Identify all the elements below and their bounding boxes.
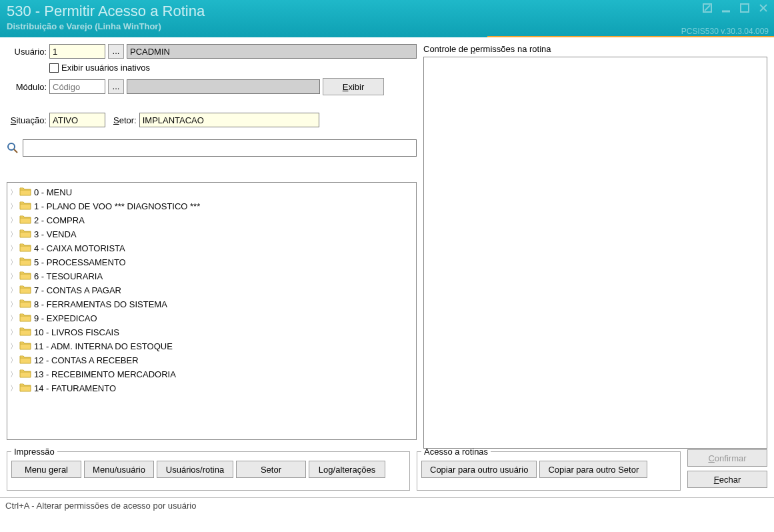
folder-icon	[19, 313, 31, 324]
tree-item-label: 5 - PROCESSAMENTO	[34, 257, 126, 267]
tree-item[interactable]: 〉8 - FERRAMENTAS DO SISTEMA	[10, 297, 413, 311]
tree-item[interactable]: 〉10 - LIVROS FISCAIS	[10, 325, 413, 339]
tree-item-label: 3 - VENDA	[34, 229, 77, 239]
chevron-right-icon: 〉	[10, 187, 17, 197]
acesso-legend: Acesso a rotinas	[421, 447, 491, 457]
folder-icon	[19, 341, 31, 352]
menu-usuario-button[interactable]: Menu/usuário	[84, 461, 154, 478]
situacao-label: Situação:	[7, 115, 47, 125]
folder-icon	[19, 285, 31, 296]
copiar-usuario-button[interactable]: Copiar para outro usuário	[421, 461, 537, 478]
log-button[interactable]: Log/alterações	[309, 461, 385, 478]
setor-display	[139, 113, 319, 127]
usuario-input[interactable]	[49, 44, 105, 59]
tree-item-label: 12 - CONTAS A RECEBER	[34, 355, 139, 365]
accent-line	[487, 36, 774, 37]
modulo-lookup-button[interactable]: ...	[108, 79, 124, 94]
folder-icon	[19, 187, 31, 198]
tree-item[interactable]: 〉11 - ADM. INTERNA DO ESTOQUE	[10, 339, 413, 353]
tree-item-label: 1 - PLANO DE VOO *** DIAGNOSTICO ***	[34, 201, 200, 211]
chevron-right-icon: 〉	[10, 299, 17, 309]
chevron-right-icon: 〉	[10, 257, 17, 267]
titlebar: 530 - Permitir Acesso a Rotina Distribui…	[0, 0, 774, 37]
chevron-right-icon: 〉	[10, 243, 17, 253]
minimize-icon[interactable]	[721, 3, 731, 15]
menu-geral-button[interactable]: Menu geral	[11, 461, 81, 478]
folder-icon	[19, 271, 31, 282]
folder-icon	[19, 299, 31, 310]
tree-item-label: 2 - COMPRA	[34, 215, 85, 225]
usuarios-rotina-button[interactable]: Usuários/rotina	[157, 461, 233, 478]
usuario-lookup-button[interactable]: ...	[108, 44, 124, 59]
exibir-inativos-label: Exibir usuários inativos	[61, 63, 150, 73]
tree-item-label: 14 - FATURAMENTO	[34, 383, 116, 393]
exibir-button[interactable]: Exibir	[323, 78, 384, 95]
tree-item-label: 11 - ADM. INTERNA DO ESTOQUE	[34, 341, 173, 351]
tree-item[interactable]: 〉7 - CONTAS A PAGAR	[10, 283, 413, 297]
chevron-right-icon: 〉	[10, 313, 17, 323]
tree-item[interactable]: 〉5 - PROCESSAMENTO	[10, 255, 413, 269]
version-label: PCSIS530 v.30.3.04.009	[681, 27, 769, 36]
maximize-icon[interactable]	[739, 3, 750, 15]
tree-item[interactable]: 〉0 - MENU	[10, 185, 413, 199]
chevron-right-icon: 〉	[10, 215, 17, 225]
tree-item[interactable]: 〉13 - RECEBIMENTO MERCADORIA	[10, 367, 413, 381]
tree-item[interactable]: 〉12 - CONTAS A RECEBER	[10, 353, 413, 367]
tree-item-label: 8 - FERRAMENTAS DO SISTEMA	[34, 299, 167, 309]
svg-line-6	[14, 149, 17, 153]
chevron-right-icon: 〉	[10, 201, 17, 211]
chevron-right-icon: 〉	[10, 327, 17, 337]
tree-item[interactable]: 〉4 - CAIXA MOTORISTA	[10, 241, 413, 255]
tree-item-label: 6 - TESOURARIA	[34, 271, 103, 281]
folder-icon	[19, 215, 31, 226]
chevron-right-icon: 〉	[10, 355, 17, 365]
chevron-right-icon: 〉	[10, 229, 17, 239]
usuario-name-display	[127, 44, 417, 59]
window-subtitle: Distribuição e Varejo (Linha WinThor)	[7, 21, 767, 31]
folder-icon	[19, 257, 31, 268]
folder-icon	[19, 327, 31, 338]
svg-rect-2	[741, 4, 749, 12]
tree-item-label: 0 - MENU	[34, 187, 72, 197]
chevron-right-icon: 〉	[10, 341, 17, 351]
status-bar: Ctrl+A - Alterar permissões de acesso po…	[0, 497, 774, 513]
usuario-label: Usuário:	[7, 47, 47, 57]
permissions-panel-title: Controle de permissões na rotina	[423, 44, 767, 54]
module-tree[interactable]: 〉0 - MENU〉1 - PLANO DE VOO *** DIAGNOSTI…	[7, 183, 416, 439]
modulo-name-display	[127, 79, 320, 94]
tree-item[interactable]: 〉3 - VENDA	[10, 227, 413, 241]
search-input[interactable]	[23, 139, 417, 157]
chevron-right-icon: 〉	[10, 383, 17, 393]
modulo-input[interactable]	[49, 79, 105, 94]
tree-item[interactable]: 〉6 - TESOURARIA	[10, 269, 413, 283]
tree-item-label: 9 - EXPEDICAO	[34, 313, 97, 323]
modulo-label: Módulo:	[7, 82, 47, 92]
copiar-setor-button[interactable]: Copiar para outro Setor	[539, 461, 647, 478]
situacao-display	[49, 113, 105, 127]
folder-icon	[19, 369, 31, 380]
tree-item[interactable]: 〉1 - PLANO DE VOO *** DIAGNOSTICO ***	[10, 199, 413, 213]
tree-item[interactable]: 〉14 - FATURAMENTO	[10, 381, 413, 395]
fechar-button[interactable]: Fechar	[687, 471, 767, 488]
tree-item[interactable]: 〉9 - EXPEDICAO	[10, 311, 413, 325]
edit-icon[interactable]	[702, 3, 713, 15]
permissions-panel	[423, 57, 767, 449]
folder-icon	[19, 201, 31, 212]
tree-item-label: 7 - CONTAS A PAGAR	[34, 285, 121, 295]
tree-item-label: 4 - CAIXA MOTORISTA	[34, 243, 125, 253]
tree-item-label: 13 - RECEBIMENTO MERCADORIA	[34, 369, 176, 379]
close-icon[interactable]	[758, 3, 769, 15]
setor-button[interactable]: Setor	[236, 461, 306, 478]
folder-icon	[19, 243, 31, 254]
tree-item-label: 10 - LIVROS FISCAIS	[34, 327, 119, 337]
svg-point-5	[8, 143, 15, 150]
folder-icon	[19, 383, 31, 394]
chevron-right-icon: 〉	[10, 285, 17, 295]
exibir-inativos-checkbox[interactable]	[49, 63, 59, 73]
search-icon	[7, 142, 19, 154]
tree-item[interactable]: 〉2 - COMPRA	[10, 213, 413, 227]
confirmar-button[interactable]: Confirmar	[687, 449, 767, 467]
folder-icon	[19, 355, 31, 366]
chevron-right-icon: 〉	[10, 369, 17, 379]
impressao-legend: Impressão	[11, 447, 57, 457]
